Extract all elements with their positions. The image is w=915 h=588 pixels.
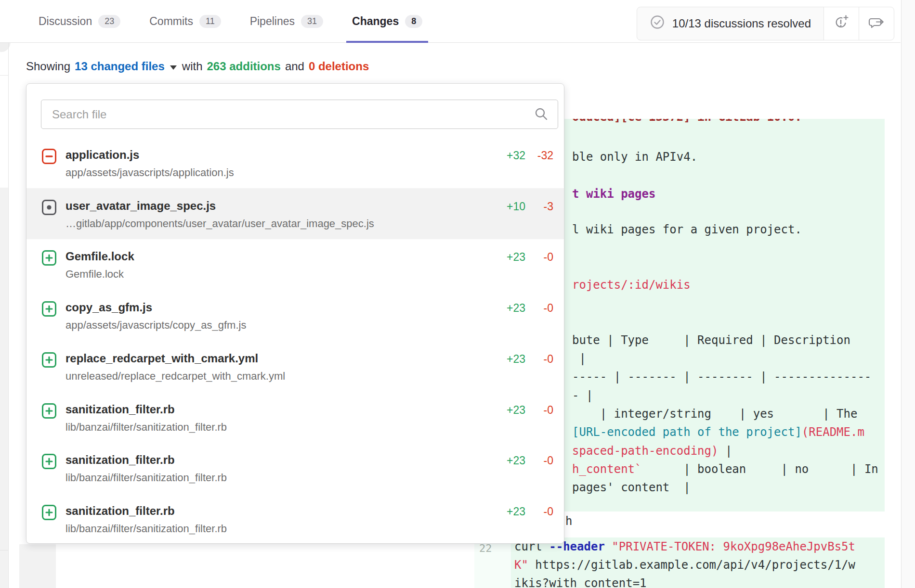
file-additions: +23 (487, 404, 525, 417)
changed-files-dropdown-toggle[interactable]: 13 changed files (75, 60, 165, 73)
diff-line-segment: (README.m (802, 425, 864, 439)
left-panel-divider (0, 550, 8, 550)
file-list-item[interactable]: copy_as_gfm.jsapp/assets/javascripts/cop… (26, 290, 564, 341)
file-path: Gemfile.lock (65, 268, 124, 281)
next-discussion-icon (868, 15, 885, 32)
file-deletions: -0 (528, 505, 553, 518)
diff-line-segment: | (572, 352, 586, 365)
changes-summary: Showing 13 changed files with 263 additi… (26, 60, 369, 73)
diff-line: spaced-path-encoding) | (572, 444, 732, 458)
summary-additions: 263 additions (207, 60, 281, 73)
tab-count-badge: 23 (98, 15, 120, 28)
summary-and: and (285, 60, 304, 73)
file-path: lib/banzai/filter/sanitization_filter.rb (65, 523, 227, 535)
file-list-item[interactable]: user_avatar_image_spec.js…gitlab/app/com… (26, 188, 564, 239)
file-additions: +23 (487, 251, 525, 264)
file-path: lib/banzai/filter/sanitization_filter.rb (65, 421, 227, 434)
file-added-icon (42, 505, 56, 522)
file-additions: +23 (487, 505, 525, 518)
file-name: copy_as_gfm.js (65, 301, 152, 314)
discussions-resolved-text: 10/13 discussions resolved (672, 17, 811, 30)
file-added-icon (42, 301, 56, 319)
diff-line-segment: l wiki pages for a given project. (572, 223, 802, 236)
file-list-item[interactable]: sanitization_filter.rblib/banzai/filter/… (26, 493, 564, 544)
file-path: lib/banzai/filter/sanitization_filter.rb (65, 472, 227, 484)
diff-gutter-below-panel (19, 544, 56, 588)
diff-line: rojects/:id/wikis (572, 278, 691, 292)
chevron-down-icon[interactable] (170, 65, 177, 70)
left-panel-border (8, 0, 9, 588)
diff-added-block: 22 curl --header "PRIVATE-TOKEN: 9koXpg9… (474, 537, 885, 588)
file-name: replace_redcarpet_with_cmark.yml (65, 352, 258, 365)
file-deletions: -0 (528, 251, 553, 264)
file-additions: +10 (487, 200, 525, 213)
file-deletions: -0 (528, 454, 553, 467)
diff-line: [URL-encoded path of the project](README… (572, 425, 864, 439)
diff-line: h_content` | boolean | no | In (572, 462, 878, 476)
file-list-item[interactable]: sanitization_filter.rblib/banzai/filter/… (26, 392, 564, 443)
resolve-in-new-issue-button[interactable] (824, 7, 859, 40)
window-right-strip (902, 0, 915, 588)
search-icon (534, 107, 549, 123)
file-added-icon (42, 352, 56, 370)
file-list-item[interactable]: application.jsapp/assets/javascripts/app… (26, 137, 564, 188)
tab-count-badge: 8 (405, 15, 422, 28)
merge-request-changes-page: oduced][ce-13372] in GitLab 10.0.ble onl… (0, 0, 915, 588)
tab-discussion[interactable]: Discussion23 (36, 0, 123, 43)
file-name: Gemfile.lock (65, 250, 134, 263)
file-list-item[interactable]: sanitization_filter.rblib/banzai/filter/… (26, 442, 564, 493)
diff-line-segment: ble only in APIv4. (572, 150, 697, 164)
tab-count-badge: 11 (199, 15, 221, 28)
diff-line-segment: bute | Type | Required | Description (572, 333, 850, 347)
file-name: application.js (65, 148, 139, 162)
file-name: sanitization_filter.rb (65, 403, 175, 416)
file-added-icon (42, 250, 56, 268)
diff-line: oduced][ce-13372] in GitLab 10.0. (572, 119, 802, 124)
diff-line-segment: rojects/:id/wikis (572, 278, 691, 292)
file-name: user_avatar_image_spec.js (65, 199, 216, 213)
new-issue-icon (834, 15, 849, 32)
diff-line: ble only in APIv4. (572, 150, 697, 164)
file-added-icon (42, 403, 56, 421)
file-deletions: -0 (528, 353, 553, 366)
diff-line-segment: oduced][ce-13372] in GitLab 10.0. (572, 119, 802, 124)
diff-line: ----- | ------- | -------- | -----------… (572, 370, 871, 384)
file-list-item[interactable]: replace_redcarpet_with_cmark.ymlunreleas… (26, 341, 564, 392)
diff-code-fence-fragment: h (565, 514, 572, 528)
diff-line: bute | Type | Required | Description (572, 333, 850, 347)
tab-label: Changes (352, 15, 399, 28)
jump-to-next-discussion-button[interactable] (859, 7, 894, 40)
diff-line-segment: | integer/string | yes | The (572, 407, 857, 421)
summary-deletions: 0 deletions (309, 60, 369, 73)
file-path: app/assets/javascripts/copy_as_gfm.js (65, 319, 246, 332)
file-list-item[interactable]: Gemfile.lockGemfile.lock+23-0 (26, 239, 564, 290)
diff-line: | integer/string | yes | The (572, 407, 857, 421)
left-panel-sliver (0, 188, 8, 588)
summary-showing: Showing (26, 60, 70, 73)
diff-line: | (572, 351, 586, 366)
file-deletions: -0 (528, 302, 553, 315)
diff-line: t wiki pages (572, 187, 655, 201)
diff-line-segment: | (718, 444, 732, 458)
diff-line-segment: - | (572, 389, 593, 402)
check-circle-icon (650, 14, 665, 33)
tab-pipelines[interactable]: Pipelines31 (247, 0, 326, 43)
diff-line-segment: pages' content | (572, 481, 691, 494)
file-deletions: -32 (528, 149, 553, 162)
diff-line-segment: t wiki pages (572, 187, 655, 201)
file-additions: +23 (487, 454, 525, 467)
diff-line-segment: "PRIVATE-TOKEN: 9koXpg98eAheJpvBs5t (612, 540, 855, 553)
discussions-resolved-box: 10/13 discussions resolved (637, 7, 824, 40)
file-modified-icon (42, 200, 56, 217)
tab-changes[interactable]: Changes8 (349, 0, 425, 43)
discussions-controls: 10/13 discussions resolved (637, 7, 894, 40)
file-path: …gitlab/app/components/user_avatar/user_… (65, 217, 374, 230)
file-path: unreleased/replace_redcarpet_with_cmark.… (65, 370, 285, 383)
diff-line-segment: spaced-path-encoding) (572, 444, 718, 458)
diff-line-segment: K" (514, 558, 528, 572)
file-search-dropdown: application.jsapp/assets/javascripts/app… (26, 83, 564, 544)
summary-with: with (182, 60, 203, 73)
search-file-input[interactable] (41, 100, 558, 129)
diff-line: curl --header "PRIVATE-TOKEN: 9koXpg98eA… (514, 539, 855, 554)
tab-commits[interactable]: Commits11 (146, 0, 223, 43)
